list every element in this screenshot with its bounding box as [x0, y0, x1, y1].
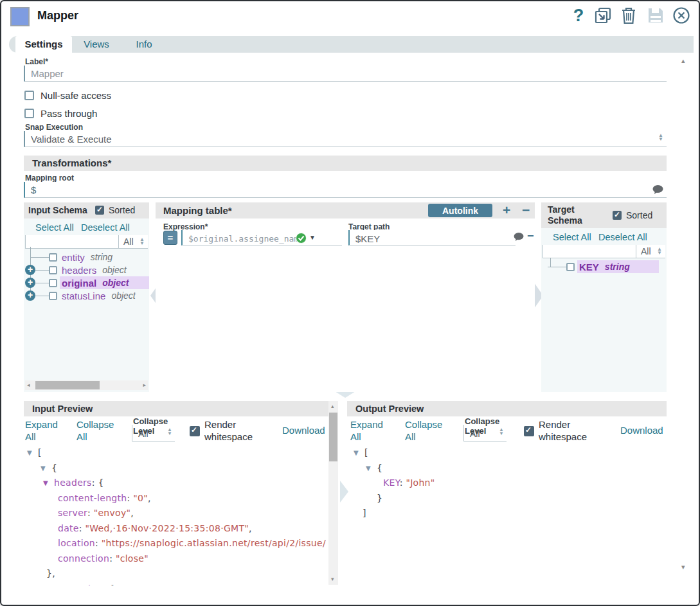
expander-icon[interactable]: ▼ — [354, 445, 359, 461]
scrollbar-thumb[interactable] — [35, 381, 100, 389]
save-button[interactable] — [647, 6, 665, 24]
schema-item-checkbox[interactable] — [49, 266, 57, 274]
output-expand-all-link[interactable]: Expand All — [350, 418, 390, 443]
schema-item-type: string — [605, 262, 630, 272]
schema-item-name: statusLine — [62, 290, 105, 301]
json-punct: , — [148, 493, 151, 503]
export-button[interactable] — [594, 6, 612, 24]
schema-item-checkbox[interactable] — [49, 292, 57, 300]
expander-icon[interactable]: ▼ — [43, 476, 48, 491]
input-schema-panel: Input Schema Sorted Select All Deselect … — [24, 202, 149, 392]
schema-item-statusLine[interactable]: +statusLineobject — [24, 289, 149, 302]
remove-row-icon[interactable]: − — [522, 204, 530, 217]
mapping-root-field[interactable]: $ — [24, 182, 667, 198]
label-field[interactable]: Mapper — [24, 66, 667, 82]
json-value: "close" — [116, 553, 148, 564]
schema-item-headers[interactable]: +headersobject — [24, 263, 149, 276]
scrollbar-thumb[interactable] — [329, 413, 337, 461]
expression-toggle-button[interactable]: = — [163, 231, 177, 245]
input-level-spinner[interactable]: ▲ ▼ — [167, 428, 172, 436]
json-line: ▼{ — [24, 461, 326, 476]
expression-dropdown-icon[interactable]: ▼ — [309, 234, 316, 241]
close-icon — [672, 6, 690, 24]
add-row-icon[interactable]: + — [503, 204, 510, 217]
json-punct: : — [102, 584, 109, 586]
output-preview-json: ▼[▼{KEY: "John"}] — [347, 445, 649, 585]
input-select-all-link[interactable]: Select All — [35, 222, 74, 233]
comment-icon[interactable] — [652, 185, 663, 195]
schema-item-original[interactable]: +originalobject — [24, 276, 149, 289]
help-button[interactable]: ? — [570, 6, 588, 24]
expand-plus-icon[interactable]: + — [25, 265, 35, 275]
json-line: } — [347, 491, 649, 506]
scroll-left-icon[interactable]: ◂ — [27, 382, 30, 388]
transformations-header: Transformations* — [24, 156, 667, 171]
expand-plus-icon[interactable]: + — [25, 278, 35, 288]
input-sorted-checkbox[interactable] — [95, 206, 104, 215]
pass-through-checkbox[interactable] — [24, 109, 34, 118]
target-deselect-all-link[interactable]: Deselect All — [598, 232, 647, 242]
schema-item-checkbox[interactable] — [49, 253, 57, 262]
close-button[interactable] — [672, 6, 690, 24]
input-preview-vscrollbar[interactable]: ▴ ▾ — [328, 401, 338, 585]
json-line: ▼{ — [347, 461, 649, 476]
json-line: content-length: "0", — [24, 491, 326, 506]
dialog-scroll-down-icon[interactable]: ▾ — [681, 564, 685, 570]
schema-item-checkbox[interactable] — [49, 279, 57, 287]
input-collapse-all-link[interactable]: Collapse All — [76, 418, 121, 443]
tab-info[interactable]: Info — [127, 36, 161, 53]
delete-button[interactable] — [620, 6, 638, 24]
target-sorted-checkbox[interactable] — [613, 211, 622, 220]
output-download-link[interactable]: Download — [620, 424, 663, 436]
input-deselect-all-link[interactable]: Deselect All — [81, 222, 130, 233]
remove-mapping-icon[interactable]: − — [527, 229, 534, 242]
input-schema-filter-input[interactable] — [25, 235, 118, 249]
tab-settings[interactable]: Settings — [15, 36, 72, 53]
input-schema-hscrollbar[interactable]: ◂ ▸ — [25, 380, 148, 390]
input-filter-spinner[interactable]: ▲ ▼ — [139, 238, 145, 245]
schema-item-type: object — [102, 278, 129, 288]
output-level-spinner[interactable]: ▲ ▼ — [499, 428, 504, 436]
input-expand-all-link[interactable]: Expand All — [25, 418, 65, 443]
schema-item-checkbox[interactable] — [566, 263, 575, 271]
tree-connector — [30, 257, 49, 258]
schema-item-entity[interactable]: entitystring — [24, 251, 149, 263]
target-schema-filter-input[interactable] — [543, 245, 636, 258]
json-punct: ] — [363, 508, 366, 518]
target-path-field[interactable]: $KEY — [348, 230, 516, 245]
schema-item-name: KEY — [579, 262, 599, 272]
comment-icon[interactable] — [514, 233, 524, 242]
schema-item-type: object — [111, 290, 135, 301]
expander-icon[interactable]: ▼ — [27, 445, 32, 461]
expression-field[interactable]: $original.assignee_nam — [181, 230, 342, 245]
autolink-button[interactable]: Autolink — [428, 204, 492, 217]
target-schema-panel: Target Schema Sorted Select All Deselect… — [541, 202, 667, 392]
expander-icon[interactable]: ▼ — [40, 461, 46, 476]
snap-execution-spinner[interactable]: ▲ ▼ — [658, 134, 663, 141]
input-download-link[interactable]: Download — [282, 424, 325, 436]
json-punct: } — [377, 493, 382, 503]
expand-plus-icon[interactable]: + — [25, 290, 35, 301]
output-render-whitespace-checkbox[interactable] — [524, 426, 534, 436]
expression-valid-icon — [296, 233, 307, 244]
json-punct: : — [109, 553, 116, 564]
scroll-down-icon[interactable]: ▾ — [331, 576, 334, 582]
output-collapse-all-link[interactable]: Collapse All — [405, 418, 450, 443]
null-safe-checkbox[interactable] — [24, 91, 34, 100]
schema-item-KEY[interactable]: KEYstring — [541, 260, 667, 273]
expander-icon[interactable]: ▼ — [43, 582, 48, 586]
tab-views[interactable]: Views — [77, 36, 116, 53]
expander-icon[interactable]: ▼ — [366, 461, 371, 476]
target-select-all-link[interactable]: Select All — [553, 232, 591, 242]
target-filter-spinner[interactable]: ▲ ▼ — [657, 247, 662, 255]
spinner-down-icon: ▼ — [139, 242, 145, 245]
output-preview-header: Output Preview — [347, 401, 667, 416]
mapping-root-label: Mapping root — [25, 174, 74, 183]
input-render-whitespace-checkbox[interactable] — [190, 426, 200, 436]
json-value: "https://snaplogic.atlassian.net/rest/ap… — [102, 538, 326, 548]
dialog-scroll-up-icon[interactable]: ▴ — [681, 58, 685, 64]
scroll-up-icon[interactable]: ▴ — [331, 404, 334, 409]
json-punct: { — [51, 463, 57, 473]
scroll-right-icon[interactable]: ▸ — [143, 382, 146, 388]
snap-execution-select[interactable]: Validate & Execute — [24, 131, 667, 147]
